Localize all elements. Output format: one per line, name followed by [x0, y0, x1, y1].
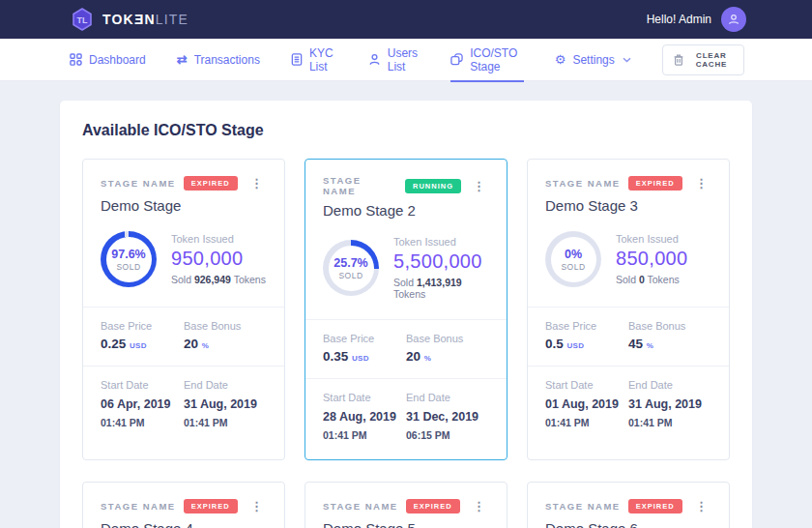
progress-ring: 97.6% SOLD	[101, 231, 157, 287]
nav-label: KYC List	[309, 46, 337, 73]
status-badge: EXPIRED	[184, 176, 238, 191]
stage-name-label: STAGE NAME	[545, 501, 621, 512]
stage-card[interactable]: STAGE NAME EXPIRED ⋮ Demo Stage 3 0% SOL…	[527, 159, 730, 460]
clear-cache-button[interactable]: CLEAR CACHE	[662, 44, 744, 75]
base-price-value: 0.5 USD	[545, 337, 621, 351]
sold-tokens-line: Sold 926,949 Tokens	[171, 274, 266, 285]
base-price-label: Base Price	[323, 333, 398, 344]
kebab-menu-icon[interactable]: ⋮	[691, 175, 711, 191]
base-bonus-label: Base Bonus	[628, 320, 704, 332]
nav-item-users-list[interactable]: Users List	[368, 39, 420, 81]
ico-sto-icon	[450, 53, 463, 66]
sold-tokens-value: 0	[639, 274, 645, 285]
start-date-value: 01 Aug, 2019 01:41 PM	[545, 396, 621, 432]
user-avatar[interactable]	[721, 7, 746, 32]
cards-grid: STAGE NAME EXPIRED ⋮ Demo Stage 97.6% SO…	[82, 159, 730, 528]
token-issued-label: Token Issued	[616, 233, 687, 245]
nav-label: Transactions	[194, 53, 260, 67]
price-bonus-row: Base Price 0.5 USD Base Bonus 45 %	[528, 307, 729, 366]
base-bonus-value: 20 %	[184, 337, 259, 351]
token-section: 25.7% SOLD Token Issued 5,500,000 Sold 1…	[305, 232, 507, 319]
price-bonus-row: Base Price 0.25 USD Base Bonus 20 %	[83, 307, 284, 366]
start-date-value: 06 Apr, 2019 01:41 PM	[101, 396, 176, 432]
top-header: TL TOKƎNLITE Hello! Admin	[0, 0, 812, 39]
sold-label: SOLD	[116, 262, 140, 272]
svg-text:TL: TL	[77, 15, 88, 25]
stage-title: Demo Stage	[101, 197, 267, 214]
card-header: STAGE NAME RUNNING ⋮ Demo Stage 2	[305, 160, 507, 232]
user-greeting: Hello! Admin	[647, 13, 711, 26]
progress-ring: 25.7% SOLD	[323, 240, 379, 296]
sold-percentage: 97.6%	[111, 248, 145, 261]
kebab-menu-icon[interactable]: ⋮	[469, 178, 489, 194]
main-nav: Dashboard ⇄ Transactions KYC List Users …	[0, 39, 812, 81]
kebab-menu-icon[interactable]: ⋮	[469, 498, 489, 514]
token-issued-value: 850,000	[616, 248, 687, 270]
sold-percentage: 0%	[565, 248, 582, 261]
trash-icon	[674, 54, 683, 66]
status-badge: EXPIRED	[184, 499, 238, 513]
sold-label: SOLD	[561, 262, 585, 272]
base-price-value: 0.35 USD	[323, 349, 398, 364]
nav-label: Users List	[388, 46, 420, 73]
end-date-value: 31 Dec, 2019 06:15 PM	[406, 408, 481, 445]
nav-item-ico-sto-stage[interactable]: ICO/STO Stage	[450, 39, 524, 81]
stage-title: Demo Stage 2	[323, 202, 489, 219]
stage-name-label: STAGE NAME	[101, 178, 176, 189]
sold-label: SOLD	[338, 271, 362, 280]
nav-item-kyc-list[interactable]: KYC List	[291, 39, 337, 81]
stage-card[interactable]: STAGE NAME EXPIRED ⋮ Demo Stage 4 0% SOL…	[82, 482, 285, 528]
card-header: STAGE NAME EXPIRED ⋮ Demo Stage 3	[528, 160, 729, 227]
card-header: STAGE NAME EXPIRED ⋮ Demo Stage 4	[83, 483, 284, 528]
dashboard-icon	[70, 53, 82, 66]
sold-tokens-value: 1,413,919	[417, 277, 462, 288]
clear-cache-label: CLEAR CACHE	[690, 51, 733, 69]
start-date-value: 28 Aug, 2019 01:41 PM	[323, 408, 398, 445]
stage-name-label: STAGE NAME	[101, 501, 176, 512]
base-bonus-label: Base Bonus	[406, 333, 481, 344]
tokenlite-logo-icon: TL	[70, 7, 95, 32]
sold-tokens-value: 926,949	[194, 274, 231, 285]
stage-card[interactable]: STAGE NAME EXPIRED ⋮ Demo Stage 97.6% SO…	[82, 159, 285, 460]
kebab-menu-icon[interactable]: ⋮	[246, 498, 267, 514]
nav-item-settings[interactable]: ⚙ Settings	[555, 39, 631, 81]
transactions-icon: ⇄	[177, 52, 188, 67]
logo-text: TOKƎNLITE	[102, 12, 188, 27]
token-issued-value: 950,000	[171, 248, 266, 270]
sold-percentage: 25.7%	[334, 256, 367, 270]
stages-panel: Available ICO/STO Stage STAGE NAME EXPIR…	[60, 101, 752, 528]
dates-row: Start Date 06 Apr, 2019 01:41 PM End Dat…	[83, 366, 284, 447]
kebab-menu-icon[interactable]: ⋮	[691, 498, 711, 514]
stage-title: Demo Stage 4	[101, 520, 267, 528]
end-date-label: End Date	[406, 392, 481, 403]
status-badge: EXPIRED	[628, 499, 682, 513]
nav-item-dashboard[interactable]: Dashboard	[70, 39, 146, 81]
nav-label: ICO/STO Stage	[470, 46, 524, 73]
page-content: Available ICO/STO Stage STAGE NAME EXPIR…	[0, 81, 812, 528]
stage-card[interactable]: STAGE NAME RUNNING ⋮ Demo Stage 2 25.7% …	[304, 159, 508, 460]
base-bonus-value: 45 %	[628, 337, 704, 351]
users-list-icon	[368, 53, 381, 66]
progress-ring: 0% SOLD	[545, 231, 601, 287]
stage-title: Demo Stage 5	[323, 520, 489, 528]
kyc-list-icon	[291, 53, 303, 66]
page-title: Available ICO/STO Stage	[82, 122, 730, 139]
base-price-value: 0.25 USD	[101, 337, 176, 351]
dates-row: Start Date 28 Aug, 2019 01:41 PM End Dat…	[305, 378, 507, 459]
app-logo[interactable]: TL TOKƎNLITE	[70, 7, 188, 32]
sold-tokens-line: Sold 0 Tokens	[616, 274, 687, 285]
end-date-value: 31 Aug, 2019 01:41 PM	[184, 396, 259, 432]
nav-item-transactions[interactable]: ⇄ Transactions	[177, 39, 260, 81]
kebab-menu-icon[interactable]: ⋮	[246, 175, 267, 191]
token-issued-label: Token Issued	[171, 233, 266, 245]
base-bonus-value: 20 %	[406, 349, 481, 364]
start-date-label: Start Date	[323, 392, 398, 403]
base-bonus-label: Base Bonus	[184, 320, 259, 332]
sold-tokens-line: Sold 1,413,919 Tokens	[393, 277, 489, 300]
stage-title: Demo Stage 3	[545, 197, 711, 214]
stage-card[interactable]: STAGE NAME EXPIRED ⋮ Demo Stage 6 0% SOL…	[527, 482, 730, 528]
stage-name-label: STAGE NAME	[323, 501, 398, 512]
token-issued-label: Token Issued	[393, 236, 489, 248]
stage-card[interactable]: STAGE NAME EXPIRED ⋮ Demo Stage 5 0% SOL…	[304, 482, 508, 528]
start-date-label: Start Date	[545, 379, 621, 391]
